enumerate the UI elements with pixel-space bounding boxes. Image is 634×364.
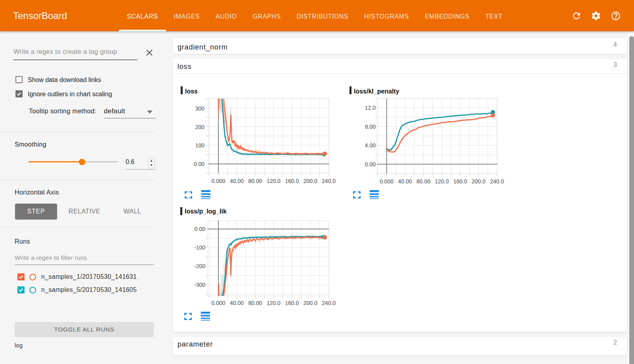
svg-text:0.000: 0.000 (212, 300, 225, 306)
svg-text:80.00: 80.00 (248, 300, 262, 306)
svg-text:120.0: 120.0 (435, 178, 449, 185)
svg-text:240.0: 240.0 (490, 178, 504, 185)
svg-text:200.0: 200.0 (472, 178, 485, 185)
svg-text:240.0: 240.0 (322, 178, 336, 184)
svg-text:-200: -200 (194, 263, 205, 269)
svg-text:40.00: 40.00 (230, 178, 244, 184)
svg-text:0.000: 0.000 (380, 178, 393, 185)
svg-text:80.00: 80.00 (416, 178, 430, 185)
svg-text:8.00: 8.00 (365, 124, 376, 130)
svg-text:120.0: 120.0 (267, 178, 281, 184)
svg-text:200.0: 200.0 (304, 178, 317, 184)
svg-text:0.00: 0.00 (194, 161, 204, 167)
svg-text:120.0: 120.0 (267, 300, 281, 306)
svg-text:240.0: 240.0 (322, 300, 336, 306)
svg-text:200: 200 (195, 124, 205, 130)
svg-text:0.000: 0.000 (212, 178, 225, 184)
svg-text:100: 100 (195, 142, 205, 149)
svg-text:300: 300 (195, 105, 205, 112)
svg-text:-300: -300 (194, 282, 205, 288)
svg-text:4.00: 4.00 (365, 142, 376, 149)
svg-text:12.0: 12.0 (365, 105, 376, 111)
svg-text:200.0: 200.0 (304, 300, 317, 306)
svg-text:0.00: 0.00 (365, 161, 376, 168)
svg-text:80.00: 80.00 (248, 178, 262, 184)
svg-text:160.0: 160.0 (285, 300, 299, 306)
svg-text:40.00: 40.00 (230, 300, 244, 306)
svg-text:-100: -100 (194, 244, 205, 251)
svg-text:0.00: 0.00 (195, 226, 205, 232)
svg-text:40.00: 40.00 (398, 178, 412, 185)
svg-text:160.0: 160.0 (285, 178, 299, 184)
svg-text:160.0: 160.0 (453, 178, 467, 185)
